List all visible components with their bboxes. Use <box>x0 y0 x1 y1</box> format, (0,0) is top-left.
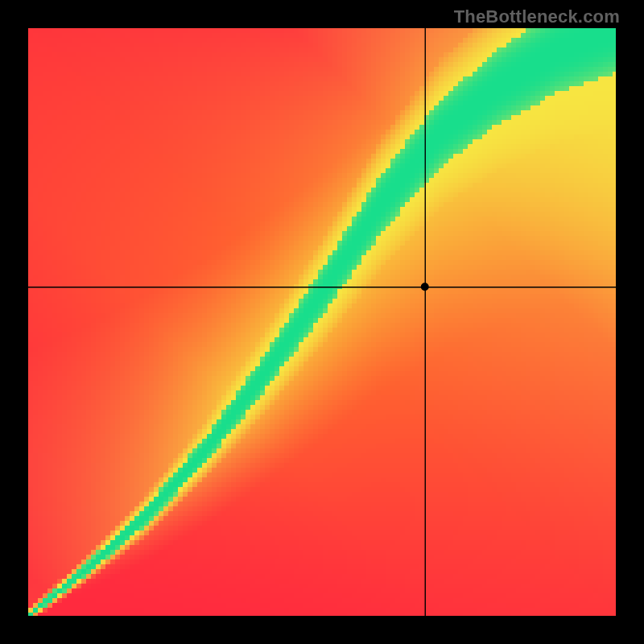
watermark-label: TheBottleneck.com <box>454 6 620 27</box>
chart-frame: TheBottleneck.com <box>0 0 644 644</box>
bottleneck-heatmap <box>28 28 616 616</box>
